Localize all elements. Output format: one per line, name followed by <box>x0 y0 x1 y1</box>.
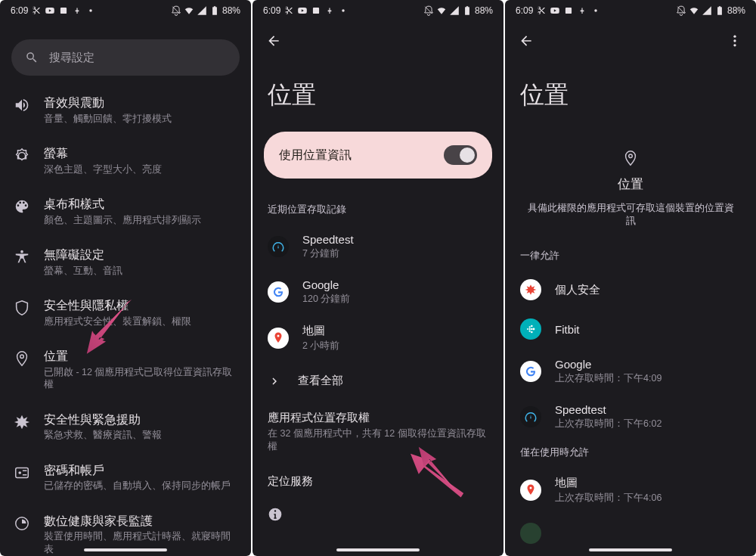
key-icon <box>324 5 335 16</box>
emergency-icon <box>14 414 30 430</box>
sound-item[interactable]: 音效與震動音量、觸動回饋、零打擾模式 <box>0 85 251 135</box>
unknown-app-icon <box>520 523 541 544</box>
chevron-right-icon <box>268 374 281 388</box>
nav-pill[interactable] <box>589 548 672 551</box>
app-bar <box>253 21 503 56</box>
app-google[interactable]: Google120 分鐘前 <box>253 269 503 315</box>
shield-icon <box>14 300 30 316</box>
status-bar: 6:09 88% <box>505 0 756 21</box>
location-services-row[interactable]: 定位服務 <box>253 464 503 499</box>
page-title: 位置 <box>253 56 503 132</box>
wifi-icon <box>436 5 447 16</box>
fitbit-icon <box>520 318 541 340</box>
more-menu-button[interactable] <box>726 32 744 50</box>
scissors-icon <box>31 5 42 16</box>
app-permissions-row[interactable]: 應用程式位置存取權 在 32 個應用程式中，共有 12 個取得位置資訊存取權 <box>253 400 503 464</box>
accessibility-item[interactable]: 無障礙設定螢幕、互動、音訊 <box>0 237 251 287</box>
use-location-toggle[interactable]: 使用位置資訊 <box>264 132 492 179</box>
app-personal-safety[interactable]: 個人安全 <box>505 270 756 309</box>
nav-pill[interactable] <box>84 548 167 551</box>
settings-list: 音效與震動音量、觸動回饋、零打擾模式 螢幕深色主題、字型大小、亮度 桌布和樣式顏… <box>0 85 251 556</box>
svg-rect-0 <box>60 8 67 14</box>
clock: 6:09 <box>516 5 533 16</box>
svg-point-3 <box>18 471 21 474</box>
key-icon <box>577 5 587 16</box>
security-item[interactable]: 安全性與隱私權應用程式安全性、裝置解鎖、權限 <box>0 287 251 338</box>
search-settings[interactable]: 搜尋設定 <box>11 39 240 76</box>
volume-icon <box>14 97 30 113</box>
passwords-item[interactable]: 密碼和帳戶已儲存的密碼、自動填入、保持同步的帳戶 <box>0 452 251 503</box>
see-all-button[interactable]: 查看全部 <box>253 362 503 400</box>
svg-point-13 <box>529 326 531 328</box>
dot-icon <box>85 5 96 16</box>
back-button[interactable] <box>517 32 535 50</box>
nav-pill[interactable] <box>336 548 420 551</box>
account-icon <box>14 464 30 481</box>
battery-icon <box>462 5 472 16</box>
svg-point-9 <box>733 36 736 38</box>
signal-icon <box>449 5 460 16</box>
location-pin-icon <box>622 150 639 166</box>
palette-icon <box>14 198 30 215</box>
wifi-icon <box>689 5 699 16</box>
app-unknown-3[interactable] <box>505 514 756 553</box>
app-speedtest[interactable]: Speedtest7 分鐘前 <box>253 224 503 269</box>
app-maps[interactable]: 地圖2 小時前 <box>253 315 503 362</box>
safety-icon <box>520 279 541 300</box>
svg-point-8 <box>595 9 598 12</box>
signal-icon <box>197 5 207 16</box>
wallpaper-item[interactable]: 桌布和樣式顏色、主題圖示、應用程式排列顯示 <box>0 186 251 237</box>
app-speedtest-3[interactable]: Speedtest上次存取時間：下午6:02 <box>505 394 756 440</box>
emergency-item[interactable]: 安全性與緊急援助緊急求救、醫療資訊、警報 <box>0 402 251 452</box>
svg-rect-7 <box>565 8 572 14</box>
battery-icon <box>714 5 725 16</box>
svg-point-1 <box>90 9 93 12</box>
scissors-icon <box>536 5 547 16</box>
svg-point-16 <box>531 325 533 328</box>
location-item[interactable]: 位置已開啟 - 12 個應用程式已取得位置資訊存取權 <box>0 338 251 401</box>
battery-pct: 88% <box>727 5 745 16</box>
speedtest-icon <box>268 236 289 257</box>
square-icon <box>311 5 321 16</box>
clock: 6:09 <box>11 5 28 16</box>
page-title: 位置 <box>505 56 756 132</box>
settings-main-screen: 6:09 88% 搜尋設定 音效與震動音量、觸動回饋、零打擾模式 螢幕深色主題、… <box>0 0 251 556</box>
location-icon <box>14 350 30 367</box>
svg-point-14 <box>529 328 531 330</box>
svg-point-11 <box>733 44 736 46</box>
back-button[interactable] <box>265 32 283 50</box>
svg-point-12 <box>527 328 528 330</box>
accessibility-icon <box>14 249 30 266</box>
maps-icon <box>268 328 289 349</box>
svg-point-19 <box>533 328 535 331</box>
wellbeing-icon <box>14 515 30 532</box>
youtube-icon <box>297 5 308 16</box>
location-settings-screen: 6:09 88% 位置 使用位置資訊 近期位置存取記錄 Speedtest7 分… <box>253 0 503 556</box>
svg-rect-5 <box>313 8 319 14</box>
battery-pct: 88% <box>475 5 493 16</box>
svg-point-6 <box>342 9 345 12</box>
display-item[interactable]: 螢幕深色主題、字型大小、亮度 <box>0 135 251 186</box>
app-bar <box>505 21 756 56</box>
svg-point-18 <box>531 331 533 334</box>
key-icon <box>72 5 82 16</box>
app-google-3[interactable]: Google上次存取時間：下午4:09 <box>505 349 756 394</box>
maps-icon <box>520 480 541 501</box>
svg-point-17 <box>531 328 533 331</box>
svg-point-15 <box>529 331 531 332</box>
search-icon <box>25 51 39 64</box>
app-fitbit[interactable]: Fitbit <box>505 309 756 349</box>
app-maps-3[interactable]: 地圖上次存取時間：下午4:06 <box>505 467 756 514</box>
allowed-always-label: 一律允許 <box>505 243 756 270</box>
status-bar: 6:09 88% <box>0 0 251 21</box>
speedtest-icon <box>520 406 541 427</box>
signal-icon <box>702 5 712 16</box>
mute-icon <box>423 5 434 16</box>
dot-icon <box>338 5 349 16</box>
scissors-icon <box>284 5 294 16</box>
recent-access-label: 近期位置存取記錄 <box>253 197 503 224</box>
switch-on[interactable] <box>444 145 477 165</box>
clock: 6:09 <box>263 5 280 16</box>
permission-header: 位置 具備此權限的應用程式可存取這個裝置的位置資訊 <box>505 132 756 243</box>
search-placeholder: 搜尋設定 <box>49 51 94 65</box>
